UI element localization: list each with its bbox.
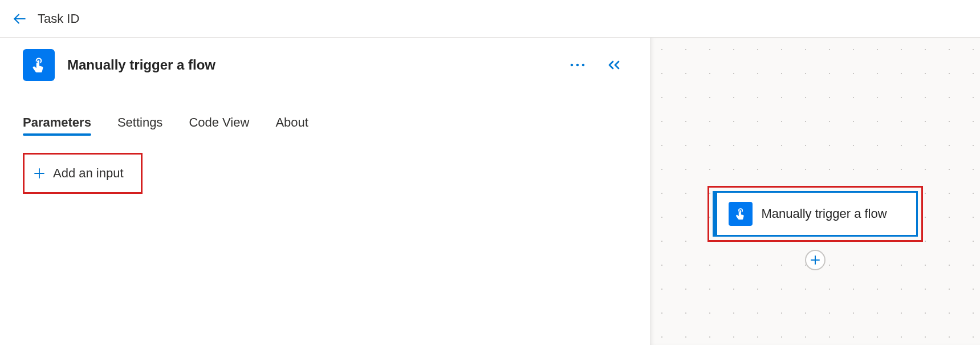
main-area: Manually trigger a flow [0,38,980,345]
svg-point-1 [571,64,574,67]
tab-parameters[interactable]: Parameters [23,115,91,136]
arrow-left-icon [12,11,27,26]
trigger-card-icon [729,202,753,226]
trigger-icon [23,49,55,81]
trigger-card-title: Manually trigger a flow [762,205,887,222]
add-step-button[interactable] [805,250,826,270]
top-header: Task ID [0,0,980,38]
tab-about[interactable]: About [275,115,308,136]
tab-code-view[interactable]: Code View [189,115,249,136]
more-options-button[interactable] [570,63,585,67]
touch-icon [733,206,748,221]
details-panel: Manually trigger a flow [0,38,650,345]
flow-canvas[interactable]: Manually trigger a flow [650,38,980,345]
back-button[interactable] [7,6,32,31]
add-input-button[interactable]: Add an input [23,153,143,194]
ellipsis-icon [570,63,585,67]
add-input-label: Add an input [53,166,124,181]
tab-settings[interactable]: Settings [117,115,163,136]
trigger-card[interactable]: Manually trigger a flow [713,191,918,237]
svg-point-2 [576,64,579,67]
collapse-panel-button[interactable] [607,60,621,70]
plus-icon [34,168,45,178]
svg-point-3 [582,64,585,67]
details-tabs: Parameters Settings Code View About [23,115,627,136]
touch-icon [29,55,48,75]
step-actions [570,60,627,70]
step-title: Manually trigger a flow [67,57,215,73]
canvas-card-highlight: Manually trigger a flow [707,186,923,242]
chevrons-left-icon [607,60,621,70]
page-title: Task ID [38,11,79,26]
parameters-content: Add an input [23,153,627,194]
plus-icon [810,255,820,265]
step-header: Manually trigger a flow [23,49,627,81]
